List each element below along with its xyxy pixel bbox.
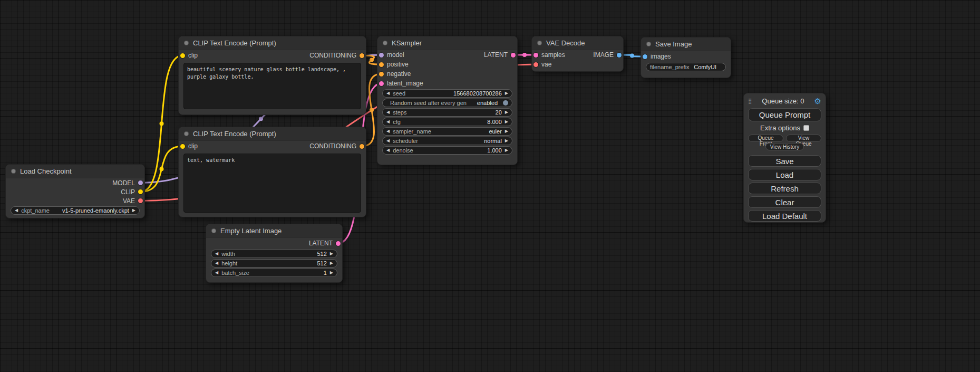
increment-arrow-icon[interactable]: ▶ (505, 148, 508, 152)
node-title-bar[interactable]: KSampler (377, 36, 517, 50)
node-title-bar[interactable]: Empty Latent Image (206, 224, 342, 238)
increment-arrow-icon[interactable]: ▶ (330, 252, 333, 256)
widget-filename-prefix[interactable]: filename_prefix ComfyUI (646, 63, 726, 71)
negative-prompt-textarea[interactable]: text, watermark (183, 154, 361, 213)
clip-input-port[interactable] (180, 144, 185, 149)
node-title: CLIP Text Encode (Prompt) (193, 130, 276, 138)
output-label: VAE (123, 197, 135, 205)
increment-arrow-icon[interactable]: ▶ (505, 120, 508, 124)
increment-arrow-icon[interactable]: ▶ (330, 261, 333, 265)
conditioning-output-port[interactable] (360, 53, 364, 58)
decrement-arrow-icon[interactable]: ◀ (386, 148, 390, 152)
clip-output-port[interactable] (138, 189, 143, 194)
node-collapse-dot[interactable] (11, 169, 16, 174)
widget-seed[interactable]: ◀ seed 156680208700286 ▶ (382, 89, 512, 98)
node-empty-latent-image[interactable]: Empty Latent Image LATENT ◀ width 512 ▶ … (206, 224, 343, 283)
queue-prompt-button[interactable]: Queue Prompt (748, 108, 821, 121)
node-vae-decode[interactable]: VAE Decode samples IMAGE vae (531, 36, 624, 72)
latent-output-port[interactable] (511, 53, 516, 58)
output-label: CONDITIONING (309, 52, 356, 59)
node-save-image[interactable]: Save Image images filename_prefix ComfyU… (641, 37, 731, 78)
node-title-bar[interactable]: VAE Decode (532, 36, 623, 50)
settings-gear-icon[interactable]: ⚙ (814, 97, 821, 105)
view-queue-button[interactable]: View Queue (786, 135, 821, 142)
input-label: latent_image (387, 80, 423, 87)
node-clip-text-encode-positive[interactable]: CLIP Text Encode (Prompt) clip CONDITION… (178, 36, 366, 115)
samples-input-port[interactable] (533, 53, 538, 58)
latent-output-port[interactable] (336, 241, 341, 246)
node-collapse-dot[interactable] (537, 41, 542, 45)
load-button[interactable]: Load (748, 169, 821, 180)
increment-arrow-icon[interactable]: ▶ (132, 208, 135, 213)
node-collapse-dot[interactable] (211, 228, 216, 233)
images-input-port[interactable] (643, 54, 647, 59)
input-label: negative (387, 70, 411, 78)
positive-input-port[interactable] (379, 62, 384, 67)
refresh-button[interactable]: Refresh (748, 183, 821, 194)
decrement-arrow-icon[interactable]: ◀ (386, 110, 390, 115)
input-label: vae (541, 61, 551, 68)
node-ksampler[interactable]: KSampler model LATENT positive negative (377, 36, 518, 165)
link-midpoint-dot (370, 58, 374, 62)
latent-image-input-port[interactable] (379, 81, 384, 86)
increment-arrow-icon[interactable]: ▶ (505, 129, 508, 133)
graph-canvas[interactable]: Load Checkpoint MODEL CLIP VAE ◀ ckpt_na… (0, 0, 980, 372)
load-default-button[interactable]: Load Default (748, 210, 821, 222)
node-title-bar[interactable]: Save Image (641, 37, 731, 51)
clear-button[interactable]: Clear (748, 196, 821, 208)
input-label: samples (541, 51, 565, 59)
node-collapse-dot[interactable] (184, 41, 189, 45)
vae-output-port[interactable] (138, 198, 143, 203)
input-label: clip (188, 142, 198, 150)
save-button[interactable]: Save (748, 155, 821, 167)
node-clip-text-encode-negative[interactable]: CLIP Text Encode (Prompt) clip CONDITION… (178, 127, 366, 217)
widget-random-seed-toggle[interactable]: Random seed after every gen enabled (382, 99, 512, 107)
node-title-bar[interactable]: CLIP Text Encode (Prompt) (179, 36, 366, 50)
positive-prompt-textarea[interactable]: beautiful scenery nature glass bottle la… (183, 63, 361, 109)
extra-options-checkbox[interactable] (803, 125, 809, 131)
negative-input-port[interactable] (379, 72, 384, 77)
node-collapse-dot[interactable] (383, 41, 387, 45)
node-title: Save Image (655, 40, 692, 48)
queue-menu-panel: ⣿ Queue size: 0 ⚙ Queue Prompt Extra opt… (743, 93, 826, 223)
image-output-port[interactable] (617, 53, 622, 58)
widget-ckpt-name[interactable]: ◀ ckpt_name v1-5-pruned-emaonly.ckpt ▶ (11, 206, 140, 215)
input-label: images (651, 53, 671, 60)
widget-steps[interactable]: ◀ steps 20 ▶ (382, 108, 512, 117)
widget-height[interactable]: ◀ height 512 ▶ (211, 259, 337, 268)
toggle-indicator[interactable] (503, 100, 508, 106)
node-collapse-dot[interactable] (184, 131, 189, 136)
increment-arrow-icon[interactable]: ▶ (505, 91, 508, 96)
widget-cfg[interactable]: ◀ cfg 8.000 ▶ (382, 118, 512, 126)
widget-width[interactable]: ◀ width 512 ▶ (211, 250, 337, 258)
link-midpoint-dot (370, 108, 374, 112)
decrement-arrow-icon[interactable]: ◀ (215, 271, 218, 275)
decrement-arrow-icon[interactable]: ◀ (386, 120, 390, 124)
decrement-arrow-icon[interactable]: ◀ (215, 252, 218, 256)
node-title-bar[interactable]: Load Checkpoint (6, 165, 144, 178)
view-history-button[interactable]: View History (765, 143, 804, 150)
queue-front-button[interactable]: Queue Front (748, 135, 783, 142)
clip-input-port[interactable] (180, 53, 185, 58)
increment-arrow-icon[interactable]: ▶ (505, 110, 508, 115)
model-output-port[interactable] (138, 180, 143, 185)
decrement-arrow-icon[interactable]: ◀ (215, 261, 218, 265)
menu-drag-handle-icon[interactable]: ⣿ (748, 98, 752, 104)
decrement-arrow-icon[interactable]: ◀ (386, 91, 390, 96)
decrement-arrow-icon[interactable]: ◀ (386, 139, 390, 143)
node-title-bar[interactable]: CLIP Text Encode (Prompt) (179, 127, 366, 141)
decrement-arrow-icon[interactable]: ◀ (386, 129, 390, 133)
vae-input-port[interactable] (533, 62, 538, 67)
decrement-arrow-icon[interactable]: ◀ (15, 208, 18, 213)
increment-arrow-icon[interactable]: ▶ (330, 271, 333, 275)
node-collapse-dot[interactable] (646, 42, 651, 46)
widget-sampler-name[interactable]: ◀ sampler_name euler ▶ (382, 127, 512, 136)
widget-scheduler[interactable]: ◀ scheduler normal ▶ (382, 137, 512, 145)
model-input-port[interactable] (379, 53, 384, 58)
widget-denoise[interactable]: ◀ denoise 1.000 ▶ (382, 146, 512, 155)
conditioning-output-port[interactable] (360, 144, 364, 149)
widget-batch-size[interactable]: ◀ batch_size 1 ▶ (211, 269, 337, 277)
increment-arrow-icon[interactable]: ▶ (505, 139, 508, 143)
node-load-checkpoint[interactable]: Load Checkpoint MODEL CLIP VAE ◀ ckpt_na… (5, 164, 145, 218)
node-title: Load Checkpoint (20, 167, 72, 175)
